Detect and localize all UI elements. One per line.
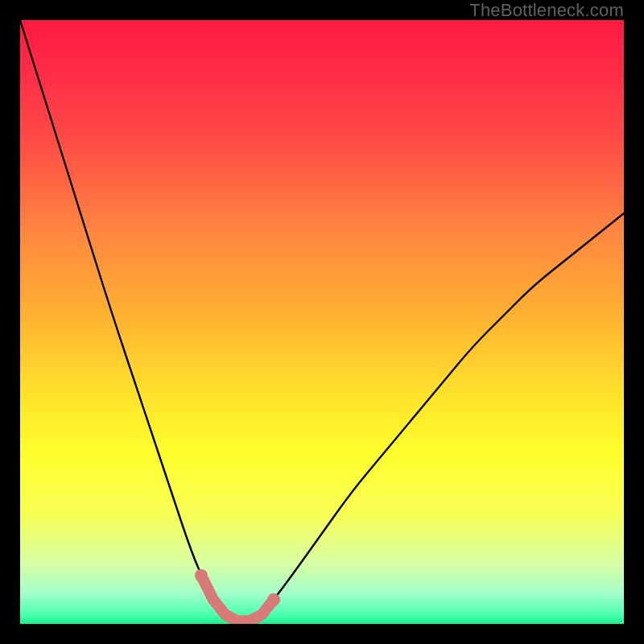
highlight-zone (20, 20, 624, 624)
svg-point-2 (267, 593, 280, 606)
watermark-text: TheBottleneck.com (469, 0, 624, 21)
chart-frame: TheBottleneck.com (0, 0, 644, 644)
plot-area (20, 20, 624, 624)
svg-point-1 (195, 569, 208, 582)
